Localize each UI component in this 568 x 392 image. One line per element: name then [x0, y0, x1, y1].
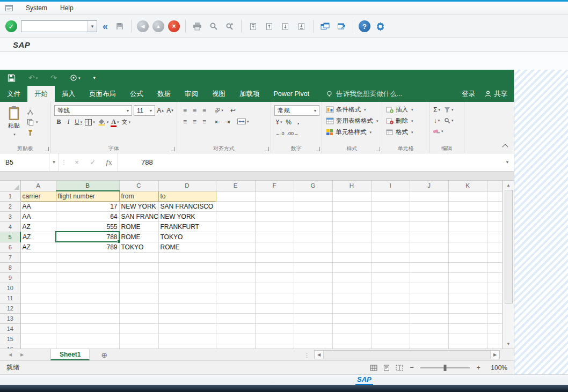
cell-K4[interactable]	[448, 221, 487, 232]
cell-G11[interactable]	[294, 293, 332, 303]
cell-B3[interactable]: 64	[56, 211, 119, 221]
cell-A12[interactable]	[20, 303, 56, 313]
cell-C8[interactable]	[119, 262, 158, 272]
new-session-button[interactable]	[319, 20, 331, 33]
cell-A2[interactable]: AA	[20, 201, 56, 211]
cell-A6[interactable]: AZ	[20, 242, 56, 252]
cell-D1[interactable]: to	[158, 191, 216, 201]
tab-review[interactable]: 审阅	[178, 86, 205, 102]
autosum-button[interactable]: Σ	[432, 105, 441, 115]
cell-J1[interactable]	[410, 191, 448, 201]
share-button[interactable]: 共享	[485, 86, 507, 102]
zoom-in-button[interactable]: +	[475, 364, 482, 372]
font-dialog-launcher[interactable]	[171, 147, 175, 151]
column-header-A[interactable]: A	[20, 181, 56, 191]
cell-D5[interactable]: TOKYO	[158, 232, 216, 242]
cell-I16[interactable]	[371, 344, 410, 349]
tab-page-layout[interactable]: 页面布局	[82, 86, 123, 102]
cell-K7[interactable]	[448, 252, 487, 262]
cell-D2[interactable]: SAN FRANCISCO	[158, 201, 216, 211]
cell-E12[interactable]	[216, 303, 255, 313]
bold-button[interactable]: B	[54, 117, 63, 127]
column-header-overflow[interactable]	[487, 181, 502, 191]
column-header-C[interactable]: C	[119, 181, 158, 191]
cell-F11[interactable]	[255, 293, 294, 303]
cell-F10[interactable]	[255, 283, 294, 293]
cell-E4[interactable]	[216, 221, 255, 232]
cell-K15[interactable]	[448, 334, 487, 344]
cell-H6[interactable]	[332, 242, 371, 252]
cell-E11[interactable]	[216, 293, 255, 303]
cell-D13[interactable]	[158, 313, 216, 323]
cell-G6[interactable]	[294, 242, 332, 252]
cell-B8[interactable]	[56, 262, 119, 272]
page-break-view-button[interactable]	[396, 365, 403, 371]
row-header-6[interactable]: 6	[0, 242, 20, 252]
cell-A9[interactable]	[20, 272, 56, 283]
accounting-format-button[interactable]: ¥	[274, 117, 283, 127]
cell-K16[interactable]	[448, 344, 487, 349]
help-button[interactable]: ?	[359, 20, 370, 32]
collapse-ribbon-button[interactable]	[502, 144, 508, 150]
cell-H9[interactable]	[332, 272, 371, 283]
align-right-button[interactable]: ≡	[200, 116, 209, 127]
vertical-scroll-thumb[interactable]	[505, 190, 513, 304]
column-header-I[interactable]: I	[371, 181, 410, 191]
cell-F16[interactable]	[255, 344, 294, 349]
row-header-15[interactable]: 15	[0, 334, 20, 344]
cell-F13[interactable]	[255, 313, 294, 323]
cell-overflow-2[interactable]	[487, 201, 502, 211]
align-bottom-button[interactable]: ≡	[200, 105, 209, 115]
cell-H15[interactable]	[332, 334, 371, 344]
font-name-select[interactable]: 等线	[54, 105, 132, 116]
sheet-nav-left-icon[interactable]: ◀	[4, 349, 16, 360]
cell-H11[interactable]	[332, 293, 371, 303]
qat-redo-button[interactable]: ↷	[50, 74, 57, 82]
page-layout-view-button[interactable]	[383, 365, 390, 371]
cell-D4[interactable]: FRANKFURT	[158, 221, 216, 232]
cell-H8[interactable]	[332, 262, 371, 272]
cell-C16[interactable]	[119, 344, 158, 349]
cell-A4[interactable]: AZ	[20, 221, 56, 232]
cell-C5[interactable]: ROME	[119, 232, 158, 242]
cell-overflow-7[interactable]	[487, 252, 502, 262]
tab-view[interactable]: 视图	[205, 86, 232, 102]
cell-overflow-3[interactable]	[487, 211, 502, 221]
cell-C1[interactable]: from	[119, 191, 158, 201]
sheet-nav-right-icon[interactable]: ▶	[16, 349, 28, 360]
select-all-button[interactable]	[0, 181, 20, 191]
cell-B14[interactable]	[56, 323, 119, 334]
cell-D9[interactable]	[158, 272, 216, 283]
cell-I5[interactable]	[371, 232, 410, 242]
cell-G3[interactable]	[294, 211, 332, 221]
cell-H7[interactable]	[332, 252, 371, 262]
cell-C4[interactable]: ROME	[119, 221, 158, 232]
cell-B1[interactable]: flight number	[56, 191, 119, 201]
scroll-right-icon[interactable]: ▶	[491, 351, 499, 359]
row-header-16[interactable]: 16	[0, 344, 20, 349]
cell-I11[interactable]	[371, 293, 410, 303]
font-size-select[interactable]: 11	[134, 105, 155, 116]
cell-G14[interactable]	[294, 323, 332, 334]
cell-overflow-10[interactable]	[487, 283, 502, 293]
cell-C13[interactable]	[119, 313, 158, 323]
cell-K6[interactable]	[448, 242, 487, 252]
cell-E6[interactable]	[216, 242, 255, 252]
enter-button[interactable]: ✓	[5, 20, 17, 32]
cell-D6[interactable]: ROME	[158, 242, 216, 252]
tab-add-ins[interactable]: 加载项	[232, 86, 267, 102]
cell-J9[interactable]	[410, 272, 448, 283]
cell-G5[interactable]	[294, 232, 332, 242]
cell-G2[interactable]	[294, 201, 332, 211]
cell-overflow-13[interactable]	[487, 313, 502, 323]
cell-I10[interactable]	[371, 283, 410, 293]
cell-J4[interactable]	[410, 221, 448, 232]
column-header-F[interactable]: F	[255, 181, 294, 191]
next-page-button[interactable]	[279, 20, 292, 33]
cell-D14[interactable]	[158, 323, 216, 334]
cell-F1[interactable]	[255, 191, 294, 201]
cell-H10[interactable]	[332, 283, 371, 293]
cell-J14[interactable]	[410, 323, 448, 334]
cell-I6[interactable]	[371, 242, 410, 252]
cell-E16[interactable]	[216, 344, 255, 349]
